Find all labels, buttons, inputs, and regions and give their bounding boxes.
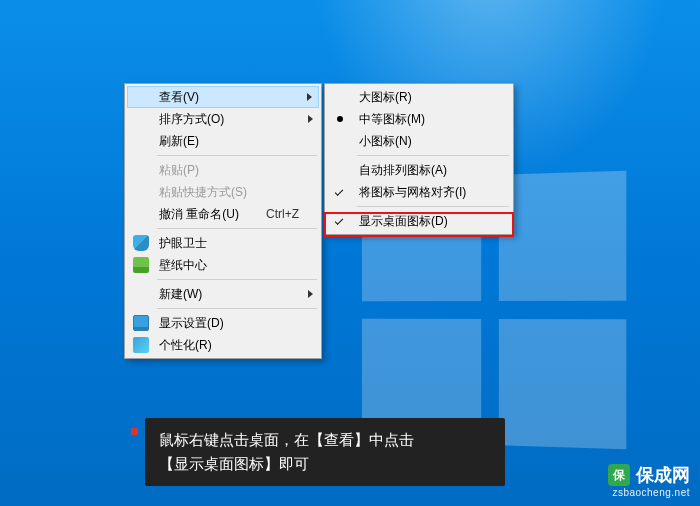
submenu-medium-icons[interactable]: 中等图标(M) [327,108,511,130]
watermark-url: zsbaocheng.net [608,487,690,498]
submenu-show-desktop-icons[interactable]: 显示桌面图标(D) [327,210,511,232]
shield-icon [133,235,149,251]
menu-separator [157,228,317,229]
view-submenu: 大图标(R) 中等图标(M) 小图标(N) 自动排列图标(A) 将图标与网格对齐… [324,83,514,235]
menu-separator [157,279,317,280]
submenu-arrow-icon [308,115,313,123]
menu-paste-label: 粘贴(P) [159,163,199,177]
menu-sort[interactable]: 排序方式(O) [127,108,319,130]
menu-display-settings[interactable]: 显示设置(D) [127,312,319,334]
menu-undo-rename[interactable]: 撤消 重命名(U) Ctrl+Z [127,203,319,225]
monitor-icon [133,315,149,331]
caption-line2: 【显示桌面图标】即可 [159,452,491,476]
menu-separator [357,155,509,156]
menu-new[interactable]: 新建(W) [127,283,319,305]
menu-personalize-label: 个性化(R) [159,338,212,352]
menu-sort-label: 排序方式(O) [159,112,224,126]
submenu-show-desktop-icons-label: 显示桌面图标(D) [359,214,448,228]
menu-separator [357,206,509,207]
menu-personalize[interactable]: 个性化(R) [127,334,319,356]
submenu-small-icons-label: 小图标(N) [359,134,412,148]
wallpaper-icon [133,257,149,273]
menu-separator [157,308,317,309]
submenu-small-icons[interactable]: 小图标(N) [327,130,511,152]
submenu-large-icons[interactable]: 大图标(R) [327,86,511,108]
submenu-medium-icons-label: 中等图标(M) [359,112,425,126]
menu-paste: 粘贴(P) [127,159,319,181]
menu-eyecare-label: 护眼卫士 [159,236,207,250]
watermark-logo-icon: 保 [608,464,630,486]
submenu-arrow-icon [308,290,313,298]
menu-wallpaper[interactable]: 壁纸中心 [127,254,319,276]
radio-bullet-icon [337,116,343,122]
instruction-caption: 鼠标右键点击桌面，在【查看】中点击 【显示桌面图标】即可 [145,418,505,486]
menu-undo-shortcut: Ctrl+Z [266,203,299,225]
menu-refresh-label: 刷新(E) [159,134,199,148]
menu-separator [157,155,317,156]
submenu-auto-arrange-label: 自动排列图标(A) [359,163,447,177]
menu-display-settings-label: 显示设置(D) [159,316,224,330]
submenu-arrow-icon [307,93,312,101]
menu-refresh[interactable]: 刷新(E) [127,130,319,152]
menu-wallpaper-label: 壁纸中心 [159,258,207,272]
submenu-large-icons-label: 大图标(R) [359,90,412,104]
menu-view-label: 查看(V) [159,90,199,104]
personalize-icon [133,337,149,353]
menu-paste-shortcut: 粘贴快捷方式(S) [127,181,319,203]
caption-bullet-icon [131,428,138,435]
menu-eyecare[interactable]: 护眼卫士 [127,232,319,254]
watermark: 保 保成网 zsbaocheng.net [608,463,690,498]
menu-view[interactable]: 查看(V) [127,86,319,108]
check-icon [335,187,343,195]
menu-paste-shortcut-label: 粘贴快捷方式(S) [159,185,247,199]
submenu-align-grid[interactable]: 将图标与网格对齐(I) [327,181,511,203]
check-icon [335,216,343,224]
submenu-auto-arrange[interactable]: 自动排列图标(A) [327,159,511,181]
menu-undo-rename-label: 撤消 重命名(U) [159,207,239,221]
caption-line1: 鼠标右键点击桌面，在【查看】中点击 [159,428,491,452]
menu-new-label: 新建(W) [159,287,202,301]
watermark-name: 保成网 [636,463,690,487]
desktop-context-menu: 查看(V) 排序方式(O) 刷新(E) 粘贴(P) 粘贴快捷方式(S) 撤消 重… [124,83,322,359]
submenu-align-grid-label: 将图标与网格对齐(I) [359,185,466,199]
